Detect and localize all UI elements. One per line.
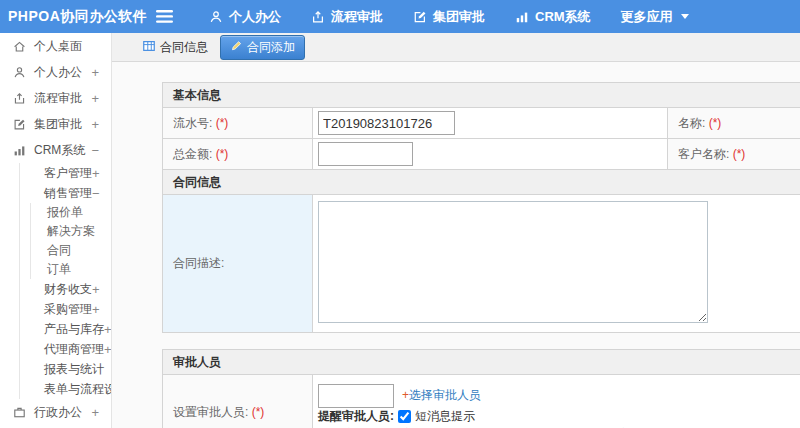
top-header: PHPOA协同办公软件 个人办公 流程审批 集团审批 CRM系统 更多应用 [0,0,800,33]
sidebar-item-solution[interactable]: 解决方案 [31,222,111,241]
topnav-crm[interactable]: CRM系统 [515,8,591,26]
choose-approver-link[interactable]: +选择审批人员 [402,387,481,404]
sidebar-item-form-flow-settings[interactable]: 表单与流程设置 + [20,379,111,399]
section-title-approver: 审批人员 [163,350,800,375]
approver-input[interactable] [318,384,394,408]
topnav-flow-approve[interactable]: 流程审批 [311,8,383,26]
sidebar-item-sales-mgmt[interactable]: 销售管理 − [20,183,111,203]
edit-approve-icon [413,10,427,24]
sidebar-item-admin-office[interactable]: 行政办公 + [0,399,111,425]
section-title-basic-info: 基本信息 [163,83,800,108]
serial-label: 流水号: (*) [163,108,313,139]
set-approver-label: 设置审批人员: (*) [163,375,313,428]
sidebar-item-desktop[interactable]: 个人桌面 [0,33,111,59]
approver-table: 审批人员 设置审批人员: (*) +选择审批人员 提醒审批人员: 短消 [162,349,800,428]
table-icon [142,39,156,56]
remind-approver-label: 提醒审批人员: [318,408,394,425]
contract-form-table: 基本信息 流水号: (*) 名称: (*) 总金额: (*) [162,82,800,333]
sidebar-item-order[interactable]: 订单 [31,260,111,279]
topnav-personal-office[interactable]: 个人办公 [209,8,281,26]
bar-chart-icon [13,144,26,157]
sidebar-sales-submenu: 报价单 解决方案 合同 订单 [30,203,111,279]
sidebar-item-report-stats[interactable]: 报表与统计 [20,359,111,379]
user-icon [209,10,223,24]
sidebar-item-flow-approve[interactable]: 流程审批 + [0,85,111,111]
tab-contract-add[interactable]: 合同添加 [220,35,305,60]
contract-desc-label: 合同描述: [163,195,313,333]
sms-remind-checkbox[interactable] [398,410,411,423]
bar-chart-icon [515,10,529,24]
sidebar-item-agent-mgmt[interactable]: 代理商管理 + [20,339,111,359]
tab-bar: 合同信息 合同添加 [112,33,800,62]
hamburger-icon[interactable] [156,10,173,23]
sidebar: 个人桌面 个人办公 + 流程审批 + 集团审批 + CRM系统 − 客户管理 + [0,33,112,428]
briefcase-icon [13,406,26,419]
serial-input[interactable] [318,111,455,135]
sidebar-item-personal-office[interactable]: 个人办公 + [0,59,111,85]
plus-icon: + [402,388,409,402]
sidebar-item-quotation[interactable]: 报价单 [31,203,111,222]
sidebar-item-product-stock[interactable]: 产品与库存 + [20,319,111,339]
caret-down-icon [681,14,689,19]
name-label: 名称: (*) [668,108,800,139]
contract-desc-textarea[interactable] [318,201,708,323]
flow-approve-icon [311,10,325,24]
user-icon [13,66,26,79]
sidebar-item-group-approve[interactable]: 集团审批 + [0,111,111,137]
main-area: 合同信息 合同添加 基本信息 流水号: (*) 名称 [112,33,800,428]
top-navigation: 个人办公 流程审批 集团审批 CRM系统 更多应用 [209,8,689,26]
amount-input[interactable] [318,142,413,166]
app-logo: PHPOA协同办公软件 [0,8,150,26]
sms-remind-label: 短消息提示 [415,408,475,425]
topnav-more-apps[interactable]: 更多应用 [621,8,689,26]
customer-name-label: 客户名称: (*) [668,139,800,170]
edit-approve-icon [13,118,26,131]
sidebar-crm-submenu: 客户管理 + 销售管理 − 报价单 解决方案 合同 订单 [19,163,111,399]
form-content: 基本信息 流水号: (*) 名称: (*) 总金额: (*) [112,62,800,428]
topnav-group-approve[interactable]: 集团审批 [413,8,485,26]
flow-approve-icon [13,92,26,105]
amount-label: 总金额: (*) [163,139,313,170]
sidebar-item-crm[interactable]: CRM系统 − [0,137,111,163]
tab-contract-info[interactable]: 合同信息 [138,36,212,59]
sidebar-item-finance[interactable]: 财务收支 + [20,279,111,299]
pencil-icon [230,39,243,55]
home-icon [13,40,26,53]
sidebar-item-purchase[interactable]: 采购管理 + [20,299,111,319]
sidebar-item-contract[interactable]: 合同 [31,241,111,260]
sidebar-item-customer-mgmt[interactable]: 客户管理 + [20,163,111,183]
section-title-contract-info: 合同信息 [163,170,800,195]
